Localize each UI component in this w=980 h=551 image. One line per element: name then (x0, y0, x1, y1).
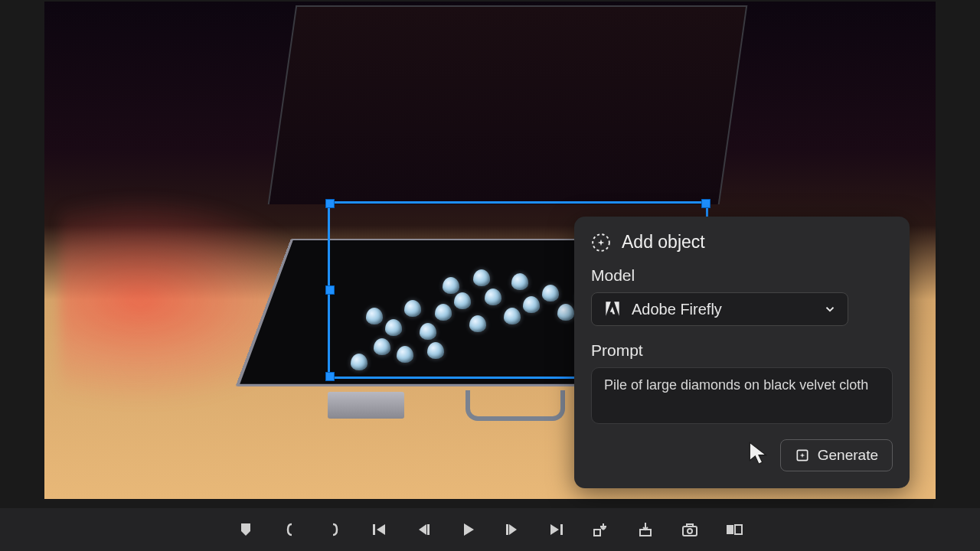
panel-title: Add object (622, 232, 705, 253)
sparkle-selection-icon (591, 233, 611, 253)
step-forward-button[interactable] (503, 520, 521, 539)
insert-button[interactable] (592, 520, 610, 539)
go-to-in-button[interactable] (370, 520, 388, 539)
svg-point-9 (688, 529, 692, 533)
model-value: Adobe Firefly (632, 301, 814, 318)
playback-toolbar (0, 508, 980, 551)
model-dropdown[interactable]: Adobe Firefly (591, 292, 848, 326)
prompt-textarea[interactable] (591, 367, 893, 424)
model-label: Model (591, 266, 893, 285)
play-button[interactable] (459, 520, 477, 539)
svg-rect-12 (735, 525, 742, 534)
scene-briefcase-lid (268, 5, 748, 204)
comparison-view-button[interactable] (725, 520, 743, 539)
overwrite-button[interactable] (636, 520, 655, 539)
svg-rect-4 (506, 524, 508, 535)
scene-briefcase-handle (466, 390, 565, 421)
svg-rect-11 (727, 525, 733, 534)
export-frame-button[interactable] (681, 520, 699, 539)
step-back-button[interactable] (414, 520, 433, 539)
scene-briefcase-lock (328, 392, 404, 419)
go-to-out-button[interactable] (547, 520, 566, 539)
generate-button-label: Generate (818, 447, 878, 464)
generate-button[interactable]: Generate (780, 439, 893, 471)
svg-rect-10 (687, 524, 693, 527)
mark-out-button[interactable] (325, 520, 344, 539)
generate-icon (795, 448, 810, 463)
add-marker-button[interactable] (237, 520, 255, 539)
prompt-label: Prompt (591, 341, 893, 360)
add-object-panel: Add object Model Adobe Firefly Prompt Ge… (574, 217, 910, 488)
svg-rect-2 (373, 524, 375, 535)
svg-rect-5 (560, 524, 563, 535)
adobe-logo-icon (603, 299, 622, 319)
svg-rect-8 (683, 527, 697, 536)
chevron-down-icon (823, 302, 837, 316)
svg-rect-3 (427, 524, 430, 535)
panel-header: Add object (591, 232, 893, 253)
svg-rect-6 (594, 530, 600, 536)
mark-in-button[interactable] (281, 520, 299, 539)
